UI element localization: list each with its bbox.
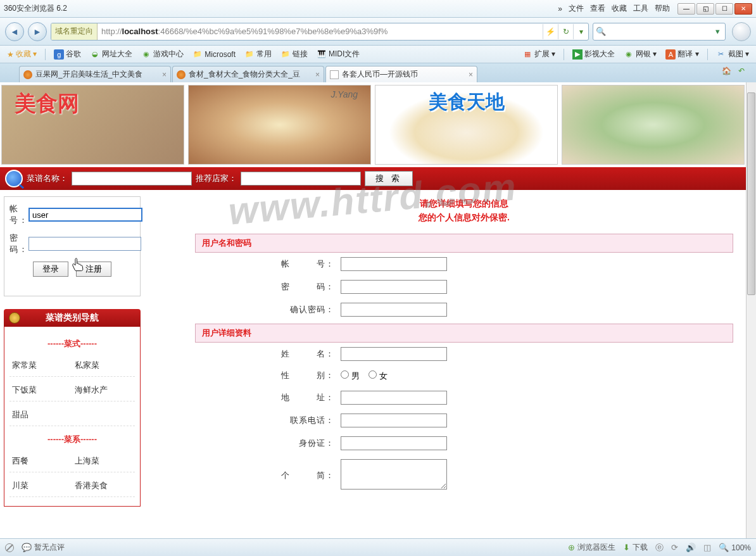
form-label-pass2: 确认密码：: [195, 304, 341, 315]
status-comment[interactable]: 💬暂无点评: [22, 542, 65, 553]
login-button[interactable]: 登录: [33, 262, 68, 277]
shop-name-input[interactable]: [241, 172, 361, 186]
refresh-icon[interactable]: ↻: [558, 24, 573, 39]
menu-tools[interactable]: 工具: [633, 3, 648, 14]
password-input[interactable]: [28, 237, 141, 251]
address-bar[interactable]: 域名重定向 http://localhost:46668/%e4%bc%9a%e…: [51, 23, 589, 41]
tab-close-icon[interactable]: ×: [469, 70, 473, 79]
form-input-name[interactable]: [341, 347, 447, 361]
back-button[interactable]: ◄: [5, 22, 24, 41]
close-button[interactable]: ✕: [734, 3, 752, 15]
site-search-button[interactable]: 搜 索: [365, 171, 413, 186]
status-split-icon[interactable]: ◫: [703, 543, 711, 552]
maximize-button[interactable]: ☐: [715, 3, 733, 15]
cat-item[interactable]: 香港美食: [72, 475, 135, 497]
tab-favicon: [330, 70, 339, 79]
cat-item[interactable]: 私家菜: [72, 355, 135, 377]
tab-label: 各套人民币—开源钱币: [342, 69, 465, 80]
url-host: localhost: [122, 27, 158, 36]
forward-button[interactable]: ►: [28, 22, 47, 41]
right-column: 请您详细填写您的信息 您的个人信息对外保密. 用户名和密码 帐 号： 密 码： …: [144, 190, 746, 505]
power-icon[interactable]: ⚡: [543, 24, 558, 39]
menu-help[interactable]: 帮助: [655, 3, 670, 14]
status-mute-icon[interactable]: ⓔ: [655, 542, 664, 553]
bookmark-sites[interactable]: ◒网址大全: [87, 47, 135, 61]
restore-tab-icon[interactable]: ↶: [738, 66, 750, 78]
browser-search-box[interactable]: 🔍 ▾: [593, 23, 726, 41]
menu-view[interactable]: 查看: [590, 3, 605, 14]
screenshot-button[interactable]: ✂截图 ▾: [713, 47, 752, 61]
bookmark-midi[interactable]: 🎹MIDI文件: [313, 47, 363, 61]
tab-bar: 豆果网_开启美味生活_中文美食 × 食材_食材大全_食物分类大全_豆 × 各套人…: [0, 63, 756, 82]
form-input-intro[interactable]: [341, 459, 447, 490]
tab-label: 食材_食材大全_食物分类大全_豆: [189, 69, 312, 80]
section-details: 用户详细资料 姓 名： 性 别： 男 女 地 址：: [195, 324, 733, 496]
bookmark-common[interactable]: 📁常用: [241, 47, 275, 61]
menu-file[interactable]: 文件: [569, 3, 584, 14]
menu-favorites[interactable]: 收藏: [612, 3, 627, 14]
scrollbar-thumb[interactable]: [747, 92, 755, 295]
recipe-name-input[interactable]: [72, 172, 192, 186]
cat-item[interactable]: [72, 404, 135, 426]
menu-chevron[interactable]: »: [558, 4, 562, 13]
cat-item[interactable]: 海鲜水产: [72, 379, 135, 401]
tab-label: 豆果网_开启美味生活_中文美食: [35, 69, 159, 80]
user-avatar[interactable]: [732, 22, 751, 41]
form-title: 请您详细填写您的信息 您的个人信息对外保密.: [195, 196, 733, 225]
radio-female[interactable]: 女: [369, 371, 387, 381]
cat-item[interactable]: 家常菜: [9, 355, 72, 377]
form-input-addr[interactable]: [341, 391, 447, 405]
translate-button[interactable]: A翻译 ▾: [662, 47, 702, 61]
favorites-button[interactable]: ★ 收藏 ▾: [4, 47, 40, 61]
tab-3-active[interactable]: 各套人民币—开源钱币 ×: [325, 66, 477, 82]
ext-button[interactable]: ▦扩展 ▾: [519, 47, 558, 61]
minimize-button[interactable]: —: [677, 3, 695, 15]
cat-item[interactable]: 甜品: [9, 404, 72, 426]
form-input-pass[interactable]: [341, 280, 447, 294]
cat-item[interactable]: 上海菜: [72, 450, 135, 472]
vertical-scrollbar[interactable]: [746, 82, 756, 538]
bookmark-microsoft[interactable]: 📁Microsoft: [189, 48, 239, 61]
search-dropdown-icon[interactable]: ▾: [710, 27, 725, 36]
bookmark-links[interactable]: 📁链接: [277, 47, 311, 61]
url-text[interactable]: http://localhost:46668/%e4%bc%9a%e5%91%9…: [98, 27, 543, 36]
radio-male[interactable]: 男: [341, 371, 360, 381]
bookmark-games[interactable]: ◉游戏中心: [138, 47, 187, 61]
status-doctor[interactable]: ⊕浏览器医生: [568, 542, 615, 553]
tab-close-icon[interactable]: ×: [315, 70, 320, 79]
url-dropdown-icon[interactable]: ▾: [573, 24, 588, 39]
form-input-tel[interactable]: [341, 414, 447, 427]
form-input-id[interactable]: [341, 436, 447, 450]
cat-item[interactable]: 川菜: [9, 475, 72, 497]
form-input-user[interactable]: [341, 257, 447, 271]
cat-item[interactable]: 下饭菜: [9, 379, 72, 401]
status-sound-icon[interactable]: 🔊: [686, 543, 696, 552]
bookmark-google[interactable]: g谷歌: [51, 47, 84, 61]
status-block-icon[interactable]: [5, 543, 14, 552]
username-input[interactable]: [28, 208, 142, 222]
form-input-pass2[interactable]: [341, 303, 447, 317]
tab-close-icon[interactable]: ×: [162, 70, 167, 79]
section-header: 用户详细资料: [195, 324, 733, 343]
window-titlebar: 360安全浏览器 6.2 » 文件 查看 收藏 工具 帮助 — ◱ ☐ ✕: [0, 0, 756, 18]
magnifier-icon: [5, 170, 23, 187]
tab-2[interactable]: 食材_食材大全_食物分类大全_豆 ×: [172, 66, 324, 82]
section-header: 用户名和密码: [195, 234, 733, 253]
form-label-name: 姓 名：: [195, 348, 341, 360]
site-search-bar: 菜谱名称： 推荐店家： 搜 索: [0, 167, 746, 190]
status-zoom[interactable]: 🔍100%: [719, 543, 751, 552]
home-icon[interactable]: 🏠: [722, 66, 733, 78]
tab-1[interactable]: 豆果网_开启美味生活_中文美食 ×: [19, 66, 171, 82]
banner-image-2: J.Yang: [188, 85, 371, 165]
bank-button[interactable]: ◉网银 ▾: [621, 47, 660, 61]
video-button[interactable]: ▶影视大全: [569, 47, 618, 61]
form-label-addr: 地 址：: [195, 392, 341, 403]
status-download[interactable]: ⬇下载: [623, 542, 648, 553]
password-label: 密 码：: [9, 232, 28, 255]
restore-button[interactable]: ◱: [696, 3, 714, 15]
status-speed-icon[interactable]: ⟳: [671, 543, 678, 552]
register-button[interactable]: 注册: [76, 262, 111, 277]
cat-item[interactable]: 西餐: [9, 450, 72, 472]
login-panel: 帐 号： 密 码： 登录 注册: [4, 196, 141, 296]
url-protocol: http://: [101, 27, 122, 36]
